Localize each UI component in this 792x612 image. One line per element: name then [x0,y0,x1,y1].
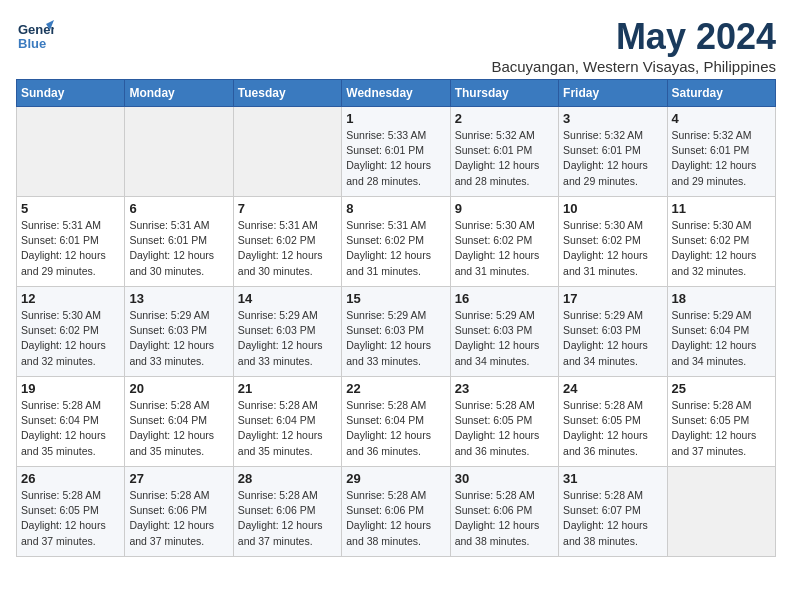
day-info: Sunrise: 5:31 AMSunset: 6:02 PMDaylight:… [238,218,337,279]
day-info: Sunrise: 5:31 AMSunset: 6:02 PMDaylight:… [346,218,445,279]
calendar-cell: 10Sunrise: 5:30 AMSunset: 6:02 PMDayligh… [559,197,667,287]
logo: General Blue [16,16,54,54]
day-info: Sunrise: 5:31 AMSunset: 6:01 PMDaylight:… [21,218,120,279]
day-info: Sunrise: 5:29 AMSunset: 6:03 PMDaylight:… [455,308,554,369]
day-number: 18 [672,291,771,306]
calendar-cell: 16Sunrise: 5:29 AMSunset: 6:03 PMDayligh… [450,287,558,377]
day-number: 22 [346,381,445,396]
calendar-cell: 12Sunrise: 5:30 AMSunset: 6:02 PMDayligh… [17,287,125,377]
day-number: 21 [238,381,337,396]
calendar-cell: 14Sunrise: 5:29 AMSunset: 6:03 PMDayligh… [233,287,341,377]
day-info: Sunrise: 5:30 AMSunset: 6:02 PMDaylight:… [455,218,554,279]
day-header-sunday: Sunday [17,80,125,107]
day-info: Sunrise: 5:28 AMSunset: 6:05 PMDaylight:… [672,398,771,459]
calendar-cell: 27Sunrise: 5:28 AMSunset: 6:06 PMDayligh… [125,467,233,557]
page-header: General Blue May 2024 Bacuyangan, Wester… [16,16,776,75]
day-info: Sunrise: 5:30 AMSunset: 6:02 PMDaylight:… [563,218,662,279]
day-number: 28 [238,471,337,486]
calendar-cell: 13Sunrise: 5:29 AMSunset: 6:03 PMDayligh… [125,287,233,377]
day-number: 12 [21,291,120,306]
calendar-cell: 23Sunrise: 5:28 AMSunset: 6:05 PMDayligh… [450,377,558,467]
day-info: Sunrise: 5:28 AMSunset: 6:06 PMDaylight:… [129,488,228,549]
day-info: Sunrise: 5:28 AMSunset: 6:04 PMDaylight:… [129,398,228,459]
day-header-tuesday: Tuesday [233,80,341,107]
calendar-cell: 17Sunrise: 5:29 AMSunset: 6:03 PMDayligh… [559,287,667,377]
title-block: May 2024 Bacuyangan, Western Visayas, Ph… [491,16,776,75]
day-info: Sunrise: 5:28 AMSunset: 6:04 PMDaylight:… [238,398,337,459]
day-info: Sunrise: 5:29 AMSunset: 6:03 PMDaylight:… [563,308,662,369]
calendar-cell [17,107,125,197]
day-number: 30 [455,471,554,486]
day-info: Sunrise: 5:33 AMSunset: 6:01 PMDaylight:… [346,128,445,189]
day-header-saturday: Saturday [667,80,775,107]
day-number: 11 [672,201,771,216]
calendar-cell: 19Sunrise: 5:28 AMSunset: 6:04 PMDayligh… [17,377,125,467]
day-info: Sunrise: 5:28 AMSunset: 6:05 PMDaylight:… [21,488,120,549]
day-info: Sunrise: 5:28 AMSunset: 6:06 PMDaylight:… [455,488,554,549]
calendar-cell: 15Sunrise: 5:29 AMSunset: 6:03 PMDayligh… [342,287,450,377]
day-info: Sunrise: 5:28 AMSunset: 6:07 PMDaylight:… [563,488,662,549]
day-info: Sunrise: 5:29 AMSunset: 6:04 PMDaylight:… [672,308,771,369]
calendar-week-row: 1Sunrise: 5:33 AMSunset: 6:01 PMDaylight… [17,107,776,197]
day-number: 27 [129,471,228,486]
day-number: 26 [21,471,120,486]
day-number: 24 [563,381,662,396]
day-number: 16 [455,291,554,306]
calendar-cell: 24Sunrise: 5:28 AMSunset: 6:05 PMDayligh… [559,377,667,467]
day-info: Sunrise: 5:28 AMSunset: 6:04 PMDaylight:… [346,398,445,459]
day-number: 23 [455,381,554,396]
day-info: Sunrise: 5:29 AMSunset: 6:03 PMDaylight:… [238,308,337,369]
calendar-week-row: 26Sunrise: 5:28 AMSunset: 6:05 PMDayligh… [17,467,776,557]
calendar-cell: 5Sunrise: 5:31 AMSunset: 6:01 PMDaylight… [17,197,125,287]
calendar-cell: 25Sunrise: 5:28 AMSunset: 6:05 PMDayligh… [667,377,775,467]
day-info: Sunrise: 5:32 AMSunset: 6:01 PMDaylight:… [672,128,771,189]
calendar-week-row: 19Sunrise: 5:28 AMSunset: 6:04 PMDayligh… [17,377,776,467]
day-number: 19 [21,381,120,396]
day-header-monday: Monday [125,80,233,107]
calendar-cell: 1Sunrise: 5:33 AMSunset: 6:01 PMDaylight… [342,107,450,197]
day-info: Sunrise: 5:32 AMSunset: 6:01 PMDaylight:… [563,128,662,189]
calendar-cell: 11Sunrise: 5:30 AMSunset: 6:02 PMDayligh… [667,197,775,287]
calendar-week-row: 5Sunrise: 5:31 AMSunset: 6:01 PMDaylight… [17,197,776,287]
day-info: Sunrise: 5:30 AMSunset: 6:02 PMDaylight:… [672,218,771,279]
calendar-cell [125,107,233,197]
day-number: 10 [563,201,662,216]
svg-text:Blue: Blue [18,36,46,51]
day-number: 14 [238,291,337,306]
day-number: 29 [346,471,445,486]
calendar-cell: 6Sunrise: 5:31 AMSunset: 6:01 PMDaylight… [125,197,233,287]
day-number: 8 [346,201,445,216]
calendar-cell [233,107,341,197]
calendar-header-row: SundayMondayTuesdayWednesdayThursdayFrid… [17,80,776,107]
day-number: 5 [21,201,120,216]
calendar-cell: 4Sunrise: 5:32 AMSunset: 6:01 PMDaylight… [667,107,775,197]
calendar-cell: 26Sunrise: 5:28 AMSunset: 6:05 PMDayligh… [17,467,125,557]
day-number: 25 [672,381,771,396]
logo-icon: General Blue [16,16,54,54]
calendar-cell: 22Sunrise: 5:28 AMSunset: 6:04 PMDayligh… [342,377,450,467]
calendar-cell: 20Sunrise: 5:28 AMSunset: 6:04 PMDayligh… [125,377,233,467]
day-info: Sunrise: 5:28 AMSunset: 6:05 PMDaylight:… [455,398,554,459]
calendar-cell: 3Sunrise: 5:32 AMSunset: 6:01 PMDaylight… [559,107,667,197]
day-number: 17 [563,291,662,306]
day-number: 9 [455,201,554,216]
day-header-thursday: Thursday [450,80,558,107]
day-info: Sunrise: 5:29 AMSunset: 6:03 PMDaylight:… [129,308,228,369]
day-number: 1 [346,111,445,126]
day-number: 20 [129,381,228,396]
calendar-cell: 7Sunrise: 5:31 AMSunset: 6:02 PMDaylight… [233,197,341,287]
day-header-wednesday: Wednesday [342,80,450,107]
day-info: Sunrise: 5:28 AMSunset: 6:06 PMDaylight:… [238,488,337,549]
calendar-week-row: 12Sunrise: 5:30 AMSunset: 6:02 PMDayligh… [17,287,776,377]
subtitle: Bacuyangan, Western Visayas, Philippines [491,58,776,75]
calendar-cell: 29Sunrise: 5:28 AMSunset: 6:06 PMDayligh… [342,467,450,557]
calendar-cell: 9Sunrise: 5:30 AMSunset: 6:02 PMDaylight… [450,197,558,287]
day-info: Sunrise: 5:28 AMSunset: 6:04 PMDaylight:… [21,398,120,459]
calendar-cell: 2Sunrise: 5:32 AMSunset: 6:01 PMDaylight… [450,107,558,197]
calendar-cell: 18Sunrise: 5:29 AMSunset: 6:04 PMDayligh… [667,287,775,377]
day-number: 6 [129,201,228,216]
day-info: Sunrise: 5:28 AMSunset: 6:05 PMDaylight:… [563,398,662,459]
calendar-cell: 8Sunrise: 5:31 AMSunset: 6:02 PMDaylight… [342,197,450,287]
calendar-cell: 21Sunrise: 5:28 AMSunset: 6:04 PMDayligh… [233,377,341,467]
calendar-table: SundayMondayTuesdayWednesdayThursdayFrid… [16,79,776,557]
